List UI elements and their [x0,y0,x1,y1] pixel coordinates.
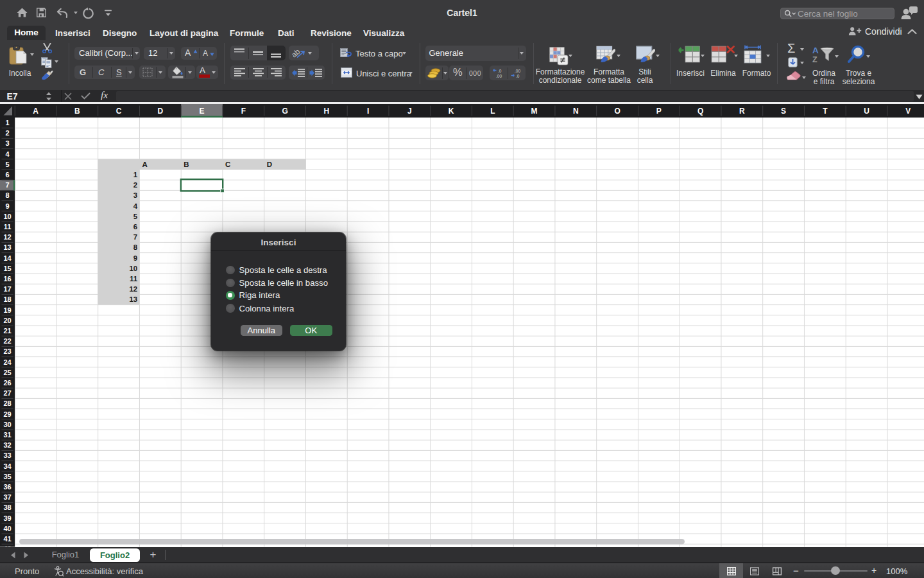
svg-text:9: 9 [6,202,10,210]
svg-text:D: D [157,107,163,116]
svg-text:20: 20 [3,317,11,324]
svg-text:C: C [116,107,122,116]
svg-text:34: 34 [3,462,12,470]
svg-text:1: 1 [133,171,138,179]
svg-text:S: S [781,107,786,116]
svg-text:L: L [490,107,495,116]
svg-text:12: 12 [3,233,11,241]
svg-text:C: C [225,161,230,168]
svg-text:28: 28 [3,399,11,407]
svg-text:38: 38 [3,504,11,511]
svg-text:5: 5 [133,213,138,220]
svg-text:30: 30 [3,421,11,428]
svg-text:J: J [407,107,412,116]
svg-text:K: K [449,107,454,116]
svg-text:F: F [241,107,246,116]
svg-text:6: 6 [133,223,137,231]
svg-text:7: 7 [133,233,137,241]
svg-text:10: 10 [3,213,11,220]
svg-text:.0: .0 [498,69,502,73]
svg-text:8: 8 [133,243,138,251]
svg-text:N: N [573,107,579,116]
svg-text:18: 18 [3,295,11,303]
svg-text:9: 9 [133,254,137,262]
svg-text:5: 5 [6,161,10,168]
svg-text:22: 22 [3,337,11,345]
svg-text:15: 15 [3,265,11,272]
svg-text:.0: .0 [516,73,520,78]
svg-text:.00: .00 [496,73,502,78]
svg-text:3: 3 [6,139,10,147]
svg-text:Z: Z [812,55,817,64]
svg-text:2: 2 [6,129,10,137]
svg-text:26: 26 [3,379,11,387]
svg-text:32: 32 [3,441,11,449]
svg-text:39: 39 [3,514,11,522]
svg-text:R: R [739,107,745,116]
svg-text:11: 11 [130,275,138,283]
svg-text:T: T [823,107,828,116]
svg-text:10: 10 [129,265,137,272]
svg-text:4: 4 [6,150,10,158]
svg-text:17: 17 [3,285,11,293]
svg-text:29: 29 [3,410,11,418]
svg-text:A: A [33,107,38,116]
svg-text:3: 3 [133,191,137,199]
svg-text:H: H [323,107,329,116]
svg-text:36: 36 [3,483,11,491]
svg-text:B: B [184,161,189,168]
svg-text:E: E [200,107,205,116]
svg-text:G: G [282,107,287,116]
svg-text:37: 37 [3,493,11,501]
svg-text:4: 4 [133,202,138,210]
svg-text:1: 1 [6,119,10,127]
svg-text:13: 13 [3,243,11,251]
svg-text:O: O [614,107,620,116]
svg-text:35: 35 [3,473,11,480]
svg-text:I: I [367,107,369,116]
svg-text:A: A [142,161,147,168]
svg-text:40: 40 [3,525,11,532]
svg-text:23: 23 [3,347,11,355]
svg-text:6: 6 [6,171,10,179]
svg-text:25: 25 [3,369,11,376]
svg-text:21: 21 [3,327,11,335]
svg-text:12: 12 [129,285,137,293]
svg-text:13: 13 [129,295,137,303]
svg-text:27: 27 [3,389,11,397]
svg-text:P: P [656,107,662,116]
svg-text:7: 7 [6,181,10,189]
svg-text:B: B [74,107,80,116]
svg-text:14: 14 [3,254,12,262]
svg-text:A: A [812,46,819,55]
svg-text:.00: .00 [515,69,520,73]
svg-text:U: U [864,107,869,116]
svg-text:8: 8 [6,191,10,199]
svg-text:16: 16 [3,275,11,283]
svg-text:11: 11 [4,223,12,231]
svg-text:19: 19 [3,306,11,314]
svg-text:31: 31 [3,431,11,439]
svg-text:D: D [267,161,272,168]
svg-text:Q: Q [697,107,703,116]
svg-text:V: V [905,107,911,116]
svg-text:M: M [531,107,538,116]
svg-text:24: 24 [3,358,12,366]
svg-text:2: 2 [133,181,137,189]
svg-text:33: 33 [3,451,11,459]
svg-text:41: 41 [3,535,11,543]
